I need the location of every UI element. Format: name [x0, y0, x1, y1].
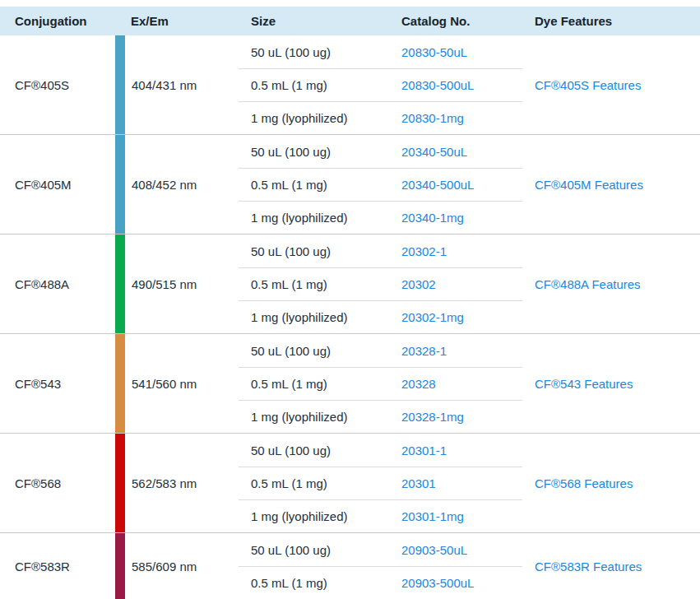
dye-color-bar: [115, 434, 125, 532]
column-header-exem: Ex/Em: [125, 14, 239, 28]
dye-group-row: CF®405S 404/431 nm 50 uL (100 ug) 20830-…: [0, 35, 700, 135]
ex-em-value: 404/431 nm: [125, 35, 239, 134]
size-catalog-list: 50 uL (100 ug) 20302-1 0.5 mL (1 mg) 203…: [239, 234, 522, 333]
table-header: Conjugation Ex/Em Size Catalog No. Dye F…: [0, 7, 700, 35]
conjugation-name: CF®405M: [0, 135, 115, 234]
size-label: 1 mg (lyophilized): [239, 410, 401, 424]
size-catalog-row: 50 uL (100 ug) 20301-1: [239, 434, 522, 467]
size-label: 1 mg (lyophilized): [239, 111, 401, 125]
conjugation-name: CF®488A: [0, 234, 115, 333]
size-label: 50 uL (100 ug): [239, 344, 401, 358]
size-catalog-row: 50 uL (100 ug) 20328-1: [239, 334, 522, 367]
catalog-number-link[interactable]: 20301: [401, 476, 436, 490]
size-label: 1 mg (lyophilized): [239, 310, 401, 324]
size-catalog-list: 50 uL (100 ug) 20328-1 0.5 mL (1 mg) 203…: [239, 334, 522, 433]
size-label: 50 uL (100 ug): [239, 145, 401, 159]
dye-group-row: CF®568 562/583 nm 50 uL (100 ug) 20301-1…: [0, 434, 700, 533]
size-catalog-list: 50 uL (100 ug) 20830-50uL 0.5 mL (1 mg) …: [239, 35, 522, 134]
table-body: CF®405S 404/431 nm 50 uL (100 ug) 20830-…: [0, 35, 700, 599]
dye-color-bar: [115, 334, 125, 433]
ex-em-value: 490/515 nm: [125, 234, 239, 333]
conjugation-name: CF®405S: [0, 35, 115, 134]
catalog-number-link[interactable]: 20302-1mg: [401, 310, 464, 324]
size-label: 50 uL (100 ug): [239, 45, 401, 59]
catalog-number-link[interactable]: 20903-500uL: [401, 576, 474, 590]
ex-em-value: 408/452 nm: [125, 135, 239, 234]
size-catalog-row: 0.5 mL (1 mg) 20301: [239, 467, 522, 499]
size-catalog-row: 50 uL (100 ug) 20340-50uL: [239, 135, 522, 168]
catalog-number-link[interactable]: 20340-500uL: [401, 178, 474, 192]
catalog-number-link[interactable]: 20830-1mg: [401, 111, 464, 125]
size-catalog-list: 50 uL (100 ug) 20903-50uL 0.5 mL (1 mg) …: [239, 533, 522, 599]
dye-features-link[interactable]: CF®488A Features: [535, 277, 641, 291]
dye-features-link[interactable]: CF®583R Features: [535, 560, 642, 573]
size-catalog-row: 50 uL (100 ug) 20830-50uL: [239, 35, 522, 68]
size-label: 0.5 mL (1 mg): [239, 178, 401, 192]
size-catalog-list: 50 uL (100 ug) 20340-50uL 0.5 mL (1 mg) …: [239, 135, 522, 234]
size-catalog-row: 1 mg (lyophilized) 20830-1mg: [239, 101, 522, 134]
catalog-number-link[interactable]: 20301-1: [401, 443, 447, 457]
catalog-number-link[interactable]: 20328-1mg: [401, 410, 464, 424]
size-catalog-row: 0.5 mL (1 mg) 20302: [239, 267, 522, 300]
size-label: 0.5 mL (1 mg): [239, 78, 401, 92]
size-catalog-row: 0.5 mL (1 mg) 20903-500uL: [239, 566, 522, 599]
size-catalog-row: 0.5 mL (1 mg) 20830-500uL: [239, 68, 522, 101]
dye-color-bar: [115, 35, 125, 134]
dye-features-link[interactable]: CF®405M Features: [535, 178, 643, 192]
column-header-size: Size: [239, 14, 401, 28]
size-catalog-row: 1 mg (lyophilized) 20340-1mg: [239, 201, 522, 234]
dye-catalog-page: Conjugation Ex/Em Size Catalog No. Dye F…: [0, 0, 700, 599]
dye-group-row: CF®583R 585/609 nm 50 uL (100 ug) 20903-…: [0, 533, 700, 599]
size-catalog-row: 0.5 mL (1 mg) 20340-500uL: [239, 168, 522, 201]
catalog-number-link[interactable]: 20302: [401, 277, 436, 291]
column-header-catalog: Catalog No.: [401, 14, 522, 28]
conjugation-name: CF®568: [0, 434, 115, 532]
dye-group-row: CF®543 541/560 nm 50 uL (100 ug) 20328-1…: [0, 334, 700, 434]
dye-color-bar: [115, 135, 125, 234]
dye-features-link[interactable]: CF®543 Features: [535, 377, 633, 391]
size-label: 0.5 mL (1 mg): [239, 576, 401, 590]
catalog-number-link[interactable]: 20302-1: [401, 244, 447, 258]
size-catalog-row: 50 uL (100 ug) 20903-50uL: [239, 533, 522, 566]
size-catalog-list: 50 uL (100 ug) 20301-1 0.5 mL (1 mg) 203…: [239, 434, 522, 532]
size-label: 1 mg (lyophilized): [239, 509, 401, 523]
column-header-conjugation: Conjugation: [0, 14, 115, 28]
ex-em-value: 585/609 nm: [125, 533, 239, 599]
dye-group-row: CF®488A 490/515 nm 50 uL (100 ug) 20302-…: [0, 234, 700, 334]
conjugation-name: CF®543: [0, 334, 115, 433]
dye-features-link[interactable]: CF®405S Features: [535, 78, 641, 92]
size-catalog-row: 1 mg (lyophilized) 20328-1mg: [239, 400, 522, 433]
size-catalog-row: 0.5 mL (1 mg) 20328: [239, 367, 522, 400]
catalog-number-link[interactable]: 20301-1mg: [401, 509, 464, 523]
catalog-number-link[interactable]: 20328: [401, 377, 436, 391]
size-label: 0.5 mL (1 mg): [239, 476, 401, 490]
size-label: 1 mg (lyophilized): [239, 211, 401, 225]
size-label: 50 uL (100 ug): [239, 244, 401, 258]
catalog-number-link[interactable]: 20340-1mg: [401, 211, 464, 225]
dye-color-bar: [115, 234, 125, 333]
conjugation-name: CF®583R: [0, 533, 115, 599]
size-catalog-row: 1 mg (lyophilized) 20302-1mg: [239, 300, 522, 333]
catalog-number-link[interactable]: 20903-50uL: [401, 543, 467, 557]
dye-group-row: CF®405M 408/452 nm 50 uL (100 ug) 20340-…: [0, 135, 700, 234]
size-label: 0.5 mL (1 mg): [239, 277, 401, 291]
size-label: 50 uL (100 ug): [239, 543, 401, 557]
size-label: 0.5 mL (1 mg): [239, 377, 401, 391]
ex-em-value: 541/560 nm: [125, 334, 239, 433]
dye-table: Conjugation Ex/Em Size Catalog No. Dye F…: [0, 7, 700, 599]
size-catalog-row: 50 uL (100 ug) 20302-1: [239, 234, 522, 267]
size-catalog-row: 1 mg (lyophilized) 20301-1mg: [239, 499, 522, 532]
column-header-features: Dye Features: [522, 14, 700, 28]
dye-features-link[interactable]: CF®568 Features: [535, 476, 633, 490]
ex-em-value: 562/583 nm: [125, 434, 239, 532]
catalog-number-link[interactable]: 20328-1: [401, 344, 447, 358]
size-label: 50 uL (100 ug): [239, 443, 401, 457]
dye-color-bar: [115, 533, 125, 599]
catalog-number-link[interactable]: 20830-50uL: [401, 45, 467, 59]
catalog-number-link[interactable]: 20830-500uL: [401, 78, 474, 92]
catalog-number-link[interactable]: 20340-50uL: [401, 145, 467, 159]
